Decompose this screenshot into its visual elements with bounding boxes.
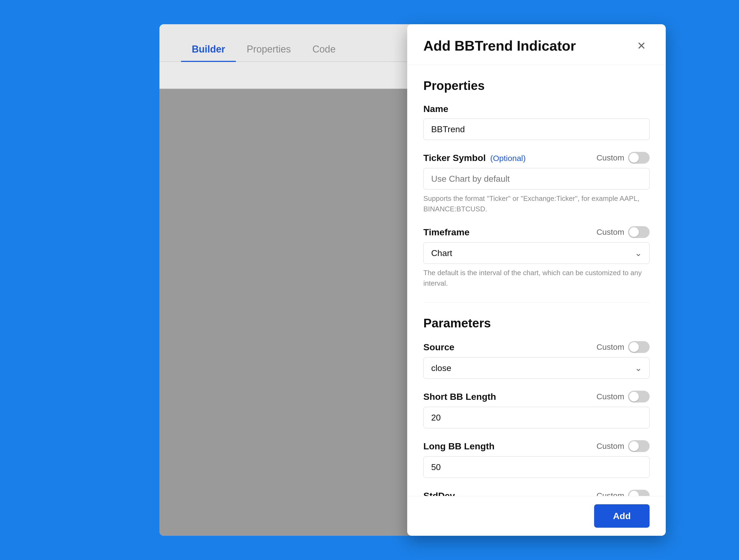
add-button[interactable]: Add	[594, 504, 649, 528]
ticker-label: Ticker Symbol	[423, 153, 486, 163]
ticker-custom-toggle[interactable]	[628, 152, 649, 164]
long-bb-custom-group: Custom	[597, 440, 649, 452]
ticker-custom-group: Custom	[597, 152, 649, 164]
source-select[interactable]: close open high low hl2 hlc3 ohlc4	[423, 357, 649, 379]
long-bb-field-group: Long BB Length Custom	[423, 440, 649, 478]
stddev-custom-label: Custom	[597, 491, 624, 496]
modal-body: Properties Name Ticker Symbol (Optional)	[407, 65, 666, 496]
timeframe-label: Timeframe	[423, 227, 469, 237]
short-bb-label-row: Short BB Length Custom	[423, 391, 649, 402]
modal-overlay: Add BBTrend Indicator ✕ Properties Name	[407, 24, 666, 536]
ticker-custom-label: Custom	[597, 153, 624, 162]
short-bb-label: Short BB Length	[423, 391, 496, 402]
source-label-row: Source Custom	[423, 341, 649, 353]
close-button[interactable]: ✕	[633, 38, 649, 54]
timeframe-label-row: Timeframe Custom	[423, 226, 649, 238]
ticker-label-row: Ticker Symbol (Optional) Custom	[423, 152, 649, 164]
long-bb-custom-toggle[interactable]	[628, 440, 649, 452]
timeframe-custom-group: Custom	[597, 226, 649, 238]
long-bb-input[interactable]	[423, 456, 649, 478]
short-bb-input[interactable]	[423, 407, 649, 428]
name-label-row: Name	[423, 104, 649, 114]
short-bb-custom-toggle[interactable]	[628, 391, 649, 402]
timeframe-helper: The default is the interval of the chart…	[423, 267, 649, 289]
main-container: Builder Properties Code + ⇅ Add BBTrend …	[73, 24, 666, 536]
modal-header: Add BBTrend Indicator ✕	[407, 24, 666, 65]
modal-title: Add BBTrend Indicator	[423, 38, 576, 54]
long-bb-custom-label: Custom	[597, 441, 624, 451]
source-select-wrapper: close open high low hl2 hlc3 ohlc4	[423, 357, 649, 379]
short-bb-field-group: Short BB Length Custom	[423, 391, 649, 428]
source-custom-label: Custom	[597, 343, 624, 352]
name-input[interactable]	[423, 119, 649, 140]
source-field-group: Source Custom close open high low hl2	[423, 341, 649, 379]
stddev-label: StdDev	[423, 491, 455, 496]
source-custom-toggle[interactable]	[628, 341, 649, 353]
stddev-custom-group: Custom	[597, 490, 649, 496]
ticker-input[interactable]	[423, 168, 649, 190]
ticker-label-container: Ticker Symbol (Optional)	[423, 153, 526, 163]
parameters-section-title: Parameters	[423, 316, 649, 330]
ticker-optional: (Optional)	[490, 154, 526, 163]
timeframe-select-wrapper: Chart 1 minute 5 minutes 15 minutes 1 ho…	[423, 242, 649, 264]
source-label: Source	[423, 342, 454, 352]
tab-properties[interactable]: Properties	[236, 37, 302, 61]
timeframe-field-group: Timeframe Custom Chart 1 minute 5 minute…	[423, 226, 649, 289]
stddev-field-group: StdDev Custom	[423, 490, 649, 496]
properties-section-title: Properties	[423, 78, 649, 93]
source-custom-group: Custom	[597, 341, 649, 353]
tab-code[interactable]: Code	[302, 37, 346, 61]
modal: Add BBTrend Indicator ✕ Properties Name	[407, 24, 666, 536]
timeframe-custom-toggle[interactable]	[628, 226, 649, 238]
timeframe-custom-label: Custom	[597, 227, 624, 237]
ticker-field-group: Ticker Symbol (Optional) Custom Supports…	[423, 152, 649, 214]
modal-footer: Add	[407, 496, 666, 536]
stddev-custom-toggle[interactable]	[628, 490, 649, 496]
short-bb-custom-label: Custom	[597, 392, 624, 401]
long-bb-label-row: Long BB Length Custom	[423, 440, 649, 452]
name-field-group: Name	[423, 104, 649, 140]
tab-builder[interactable]: Builder	[181, 37, 236, 61]
name-label: Name	[423, 104, 448, 114]
long-bb-label: Long BB Length	[423, 441, 494, 451]
stddev-label-row: StdDev Custom	[423, 490, 649, 496]
timeframe-select[interactable]: Chart 1 minute 5 minutes 15 minutes 1 ho…	[423, 242, 649, 264]
short-bb-custom-group: Custom	[597, 391, 649, 402]
ticker-helper: Supports the format "Ticker" or "Exchang…	[423, 193, 649, 214]
